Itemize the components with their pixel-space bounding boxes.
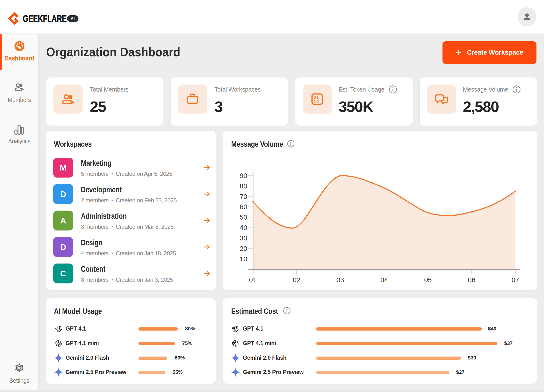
svg-text:01: 01 bbox=[249, 276, 256, 284]
svg-text:30: 30 bbox=[240, 234, 247, 242]
svg-text:03: 03 bbox=[336, 276, 344, 284]
svg-text:40: 40 bbox=[240, 224, 247, 231]
svg-text:80: 80 bbox=[240, 182, 247, 190]
svg-text:50: 50 bbox=[240, 213, 247, 221]
svg-text:60: 60 bbox=[240, 203, 247, 211]
svg-text:02: 02 bbox=[293, 276, 300, 284]
svg-text:05: 05 bbox=[424, 276, 432, 284]
svg-text:07: 07 bbox=[511, 276, 519, 284]
svg-text:90: 90 bbox=[240, 172, 247, 179]
svg-text:10: 10 bbox=[240, 255, 247, 263]
svg-text:04: 04 bbox=[380, 276, 388, 284]
svg-text:10: 10 bbox=[314, 99, 320, 104]
svg-text:70: 70 bbox=[240, 193, 247, 200]
svg-text:20: 20 bbox=[240, 245, 247, 252]
svg-text:06: 06 bbox=[468, 276, 475, 284]
